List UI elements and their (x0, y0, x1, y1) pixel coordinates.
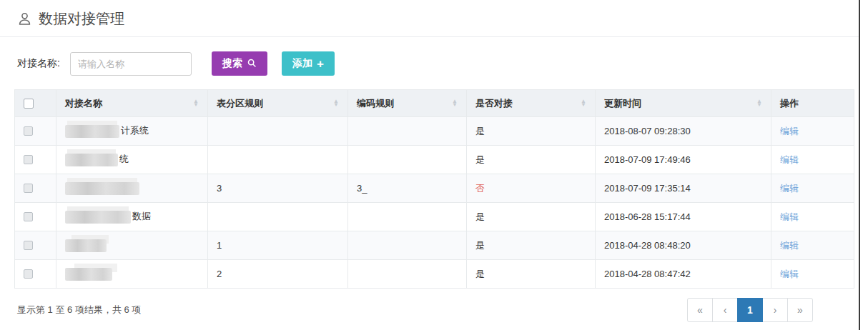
name-cell: 数据 (56, 203, 208, 231)
name-cell: 统 (56, 146, 208, 174)
col-header-code-rule[interactable]: 编码规则 ▲▼ (348, 90, 467, 117)
partition-rule-cell (208, 203, 348, 231)
col-header-updated[interactable]: 更新时间 ▲▼ (596, 90, 771, 117)
code-rule-cell (348, 146, 467, 174)
interface-name-input[interactable] (70, 52, 192, 76)
name-cell (56, 174, 208, 203)
table-row: 计系统 是 2018-08-07 09:28:30 编辑 (15, 117, 854, 146)
table-row: 3 3_ 否 2018-07-09 17:35:14 编辑 (15, 174, 854, 203)
code-rule-cell (348, 260, 467, 289)
data-table: 对接名称 ▲▼ 表分区规则 ▲▼ 编码规则 ▲▼ 是否对接 ▲▼ (14, 89, 854, 289)
sort-icon: ▲▼ (333, 100, 339, 107)
sort-icon: ▲▼ (452, 100, 458, 107)
updated-cell: 2018-07-09 17:49:46 (596, 146, 771, 174)
table-footer: 显示第 1 至 6 项结果，共 6 项 « ‹ 1 › » (17, 298, 842, 322)
code-rule-cell: 3_ (348, 174, 467, 203)
page-1-button[interactable]: 1 (737, 298, 763, 322)
partition-rule-cell (208, 146, 348, 174)
connected-cell: 是 (467, 231, 596, 260)
redacted-name (65, 268, 112, 281)
partition-rule-cell: 3 (208, 174, 348, 203)
select-all-header (15, 90, 56, 117)
search-icon (247, 58, 257, 70)
redacted-name (65, 239, 107, 252)
table-row: 1 是 2018-04-28 08:48:20 编辑 (15, 231, 854, 260)
table-row: 统 是 2018-07-09 17:49:46 编辑 (15, 146, 854, 174)
user-icon (17, 11, 32, 26)
interface-name-label: 对接名称: (17, 57, 60, 70)
search-button[interactable]: 搜索 (212, 51, 267, 76)
edit-link[interactable]: 编辑 (780, 154, 799, 165)
search-toolbar: 对接名称: 搜索 添加 + (17, 51, 859, 76)
edit-link[interactable]: 编辑 (780, 183, 799, 194)
data-table-wrap: 对接名称 ▲▼ 表分区规则 ▲▼ 编码规则 ▲▼ 是否对接 ▲▼ (14, 89, 844, 289)
connected-cell: 是 (467, 146, 596, 174)
add-button-label: 添加 (292, 57, 312, 70)
updated-cell: 2018-07-09 17:35:14 (596, 174, 771, 203)
connected-cell: 是 (467, 117, 596, 146)
table-header-row: 对接名称 ▲▼ 表分区规则 ▲▼ 编码规则 ▲▼ 是否对接 ▲▼ (15, 90, 854, 117)
row-checkbox[interactable] (24, 184, 33, 193)
col-header-name[interactable]: 对接名称 ▲▼ (56, 90, 208, 117)
code-rule-cell (348, 203, 467, 231)
results-summary: 显示第 1 至 6 项结果，共 6 项 (17, 304, 141, 316)
select-all-checkbox[interactable] (24, 99, 34, 109)
name-cell (56, 231, 208, 260)
edit-link[interactable]: 编辑 (780, 211, 799, 222)
title-divider (0, 36, 859, 37)
sort-icon: ▲▼ (193, 100, 199, 107)
page-last-button[interactable]: » (787, 298, 813, 322)
updated-cell: 2018-04-28 08:47:42 (596, 260, 771, 289)
redacted-name (65, 182, 139, 195)
page-next-button[interactable]: › (762, 298, 788, 322)
edit-link[interactable]: 编辑 (780, 269, 799, 279)
col-header-connected[interactable]: 是否对接 ▲▼ (467, 90, 596, 117)
col-header-partition-rule[interactable]: 表分区规则 ▲▼ (208, 90, 348, 117)
row-checkbox[interactable] (24, 155, 33, 164)
updated-cell: 2018-04-28 08:48:20 (596, 231, 771, 260)
redacted-name (65, 125, 119, 138)
name-cell: 计系统 (56, 117, 208, 146)
redacted-name (65, 154, 118, 166)
col-header-actions: 操作 (771, 90, 854, 117)
row-checkbox[interactable] (24, 269, 33, 279)
partition-rule-cell (208, 117, 348, 146)
content-panel: 数据对接管理 对接名称: 搜索 添加 + (0, 0, 860, 330)
connected-cell: 是 (467, 260, 596, 289)
row-checkbox[interactable] (24, 241, 33, 250)
connected-cell: 是 (467, 203, 596, 231)
updated-cell: 2018-08-07 09:28:30 (596, 117, 771, 146)
search-button-label: 搜索 (222, 57, 242, 70)
partition-rule-cell: 2 (208, 260, 348, 289)
page-first-button[interactable]: « (687, 298, 713, 322)
sort-icon: ▲▼ (756, 100, 762, 107)
sort-icon: ▲▼ (581, 100, 586, 107)
page-prev-button[interactable]: ‹ (712, 298, 738, 322)
page-title: 数据对接管理 (0, 0, 859, 36)
table-row: 2 是 2018-04-28 08:47:42 编辑 (15, 260, 854, 289)
table-row: 数据 是 2018-06-28 15:17:44 编辑 (15, 203, 854, 231)
name-cell (56, 260, 208, 289)
code-rule-cell (348, 231, 467, 260)
code-rule-cell (348, 117, 467, 146)
redacted-name (65, 211, 131, 224)
edit-link[interactable]: 编辑 (780, 240, 799, 251)
page-title-text: 数据对接管理 (39, 9, 124, 29)
updated-cell: 2018-06-28 15:17:44 (596, 203, 771, 231)
partition-rule-cell: 1 (208, 231, 348, 260)
connected-cell: 否 (467, 174, 596, 203)
plus-icon: + (317, 58, 324, 70)
row-checkbox[interactable] (24, 126, 33, 136)
edit-link[interactable]: 编辑 (780, 126, 799, 136)
row-checkbox[interactable] (24, 212, 33, 221)
pagination: « ‹ 1 › » (687, 298, 813, 322)
add-button[interactable]: 添加 + (282, 51, 335, 76)
